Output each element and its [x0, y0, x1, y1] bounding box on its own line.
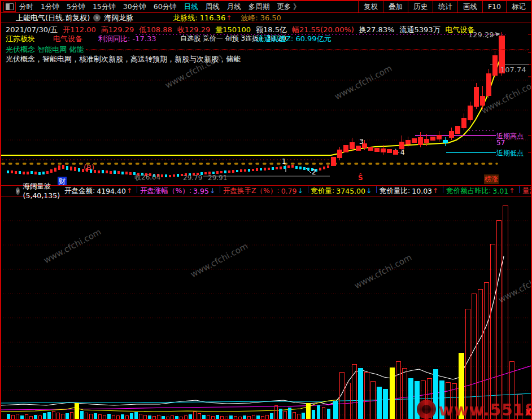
sector-tag[interactable]: 电气设备: [53, 34, 82, 44]
watermark-close-icon[interactable]: X: [525, 408, 532, 418]
volume-bar: [38, 415, 42, 419]
price-label-prev: 107.74: [500, 65, 526, 74]
volume-bar: [377, 387, 382, 419]
volume-bar: [184, 415, 187, 419]
sub-field-5: 竞价额占昨比:3.01↑: [446, 186, 514, 196]
main-indicator-name[interactable]: 海阔龙脉: [104, 13, 133, 23]
sub-indicator-name[interactable]: 海阔量波(5,40,135): [23, 182, 60, 200]
volume-bar: [112, 415, 115, 419]
field-separator: [137, 186, 137, 193]
down-arrow-icon: ↓: [366, 187, 372, 195]
s-signal-marker: Ŝ: [358, 174, 363, 182]
sub-field-value: 10.03: [412, 187, 432, 195]
field-separator: [220, 186, 220, 193]
up-arrow-icon: ↑: [226, 14, 232, 22]
volume-bar: [252, 415, 255, 419]
volume-bar: [193, 412, 197, 419]
volume-bar: [297, 414, 300, 419]
volume-bar: [396, 361, 401, 419]
volume-bar: [94, 413, 97, 419]
volume-bar: [383, 389, 388, 419]
volume-bar: [503, 205, 508, 419]
chevron-down-icon[interactable]: ∨: [93, 14, 101, 21]
volume-bar: [339, 372, 345, 419]
volume-bar: [293, 412, 296, 419]
period-tab-10[interactable]: 更多 》: [277, 2, 300, 11]
volume-bar: [70, 412, 73, 419]
concept-tags[interactable]: 光伏概念 智能电网 储能: [6, 45, 84, 55]
period-tab-8[interactable]: 月线: [227, 2, 241, 11]
toolbar-button-6[interactable]: 标记: [506, 1, 531, 12]
period-tab-7[interactable]: 周线: [206, 2, 220, 11]
volume-bar: [346, 383, 351, 419]
toolbar-button-5[interactable]: F10: [482, 1, 506, 12]
period-tab-2[interactable]: 5分钟: [67, 2, 85, 11]
volume-bar: [216, 415, 219, 419]
toolbar-button-0[interactable]: 复权: [358, 1, 383, 12]
up-arrow-icon: ↑: [509, 187, 514, 195]
volume-bar: [116, 415, 120, 419]
sub-field-3: 竞价量:3745.00↓: [311, 186, 372, 196]
volume-bar: [61, 414, 64, 419]
volume-bar: [288, 408, 291, 419]
volume-bar: [16, 414, 19, 419]
period-tab-3[interactable]: 15分钟: [93, 2, 116, 11]
volume-bar: [89, 414, 93, 419]
board-tag[interactable]: 江苏板块: [6, 34, 35, 44]
count-marker-4: 4: [400, 148, 405, 156]
sub-field-label: 量波:: [522, 186, 532, 196]
up-arrow-icon: ↑: [433, 187, 438, 195]
note-29-91: 29.91: [208, 174, 227, 182]
volume-bar: [180, 417, 183, 419]
volume-bar: [220, 416, 224, 419]
period-tab-4[interactable]: 30分钟: [123, 2, 146, 11]
volume-bar: [333, 401, 338, 419]
sub-field-2: 开盘换手Z（%）:0.79↓: [223, 186, 303, 196]
volume-bar: [247, 416, 251, 419]
volume-bar: [25, 414, 28, 419]
volume-bar: [496, 220, 502, 419]
volume-bar: [229, 415, 233, 419]
chevron-down-icon[interactable]: ∨: [16, 187, 20, 195]
toolbar-button-4[interactable]: 画线: [457, 1, 482, 12]
sub-field-value: 3.01: [492, 187, 508, 195]
volume-bar: [364, 372, 369, 419]
volume-bar: [139, 414, 142, 419]
volume-bar: [402, 368, 407, 419]
dragon-line-value: 116.36: [200, 14, 226, 22]
period-tab-1[interactable]: 1分钟: [41, 2, 59, 11]
volume-bar: [408, 378, 413, 419]
toolbar-button-1[interactable]: 叠加: [383, 1, 408, 12]
toolbar-button-2[interactable]: 历史: [408, 1, 433, 12]
volume-bar: [162, 416, 165, 419]
volume-bar: [98, 414, 102, 419]
volume-bar: [11, 415, 15, 419]
dragon-line-label: 龙脉线:: [173, 13, 197, 23]
volume-bar: [198, 413, 201, 419]
buy-signal-marker: (B): [84, 163, 94, 172]
trading-app-window: 分时1分钟5分钟15分钟30分钟60分钟日线周线月线多周期更多 》 复权叠加历史…: [0, 0, 532, 420]
layout-icon[interactable]: [3, 2, 16, 12]
toolbar-button-3[interactable]: 统计: [433, 1, 457, 12]
sub-field-4: 竞价量比:10.03↑: [380, 186, 438, 196]
volume-bar: [189, 414, 192, 419]
profit-yoy: 利润同比: -17.33: [98, 34, 156, 44]
sub-indicator-fields: 开盘金额:4194.40↑开盘涨幅（%）:3.95↓开盘换手Z（%）:0.79↓…: [64, 186, 532, 196]
period-tab-0[interactable]: 分时: [19, 2, 33, 11]
volume-bar: [20, 415, 24, 419]
volume-bar: [34, 415, 37, 419]
bang-zhang-badge[interactable]: 榜涨: [484, 174, 499, 184]
count-marker-2: 2: [312, 168, 316, 176]
sub-field-label: 开盘金额:: [64, 186, 95, 196]
volume-bar: [234, 416, 237, 419]
note-29-79: 29.79: [183, 174, 202, 182]
period-tab-6[interactable]: 日线: [184, 2, 198, 11]
sub-field-label: 竞价额占昨比:: [446, 186, 491, 196]
volume-bar: [171, 415, 174, 419]
volume-bar: [103, 415, 106, 419]
period-tab-5[interactable]: 60分钟: [154, 2, 177, 11]
field-separator: [376, 186, 377, 193]
volume-bar: [370, 381, 376, 419]
volume-bar: [322, 407, 325, 419]
period-tab-9[interactable]: 多周期: [248, 2, 270, 11]
